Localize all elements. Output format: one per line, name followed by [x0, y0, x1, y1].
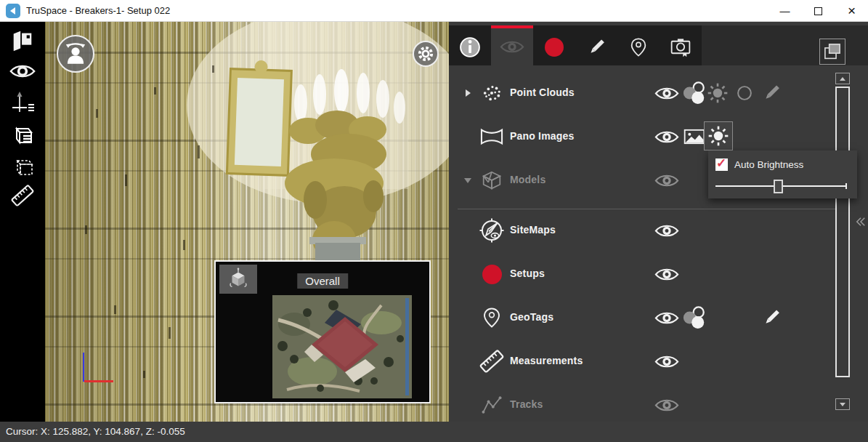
mirror-reflection: [227, 60, 291, 176]
home-view-cube-button[interactable]: [219, 265, 257, 294]
setups-icon: [478, 260, 506, 288]
x-axis-indicator: [84, 380, 113, 382]
minimize-button[interactable]: —: [768, 0, 801, 22]
limit-box-icon: [9, 153, 36, 179]
tab-record[interactable]: [533, 25, 575, 65]
layer-row-tracks[interactable]: Tracks: [449, 383, 868, 427]
point-cloud-viewport[interactable]: Overall: [45, 22, 449, 422]
record-dot-icon: [545, 38, 564, 57]
eye-icon: [500, 39, 524, 55]
scrollbar-thumb[interactable]: [835, 87, 850, 377]
layer-label: GeoTags: [510, 311, 553, 323]
camera-icon: [670, 37, 691, 57]
geotags-icon: [478, 304, 506, 332]
pano-walkthrough-button[interactable]: [9, 28, 36, 54]
visibility-eye-button[interactable]: [654, 124, 680, 150]
layer-row-sitemaps[interactable]: SiteMaps: [449, 209, 868, 252]
maximize-button[interactable]: [802, 0, 835, 22]
close-icon: ×: [848, 3, 856, 19]
layer-row-measurements[interactable]: Measurements: [449, 339, 868, 383]
collapse-arrow-icon[interactable]: [464, 178, 471, 183]
window-title: TruSpace - Breakers-1- Setup 022: [26, 0, 170, 22]
pano-person-button[interactable]: [57, 35, 94, 73]
panel-scrollbar: [833, 73, 852, 412]
cursor-coordinates: Cursor: X: 125.882, Y: 104.867, Z: -0.05…: [6, 422, 185, 442]
brightness-button[interactable]: [705, 80, 731, 106]
visibility-eye-button[interactable]: [654, 261, 680, 287]
panel-layout-button[interactable]: [819, 39, 845, 65]
visibility-eye-button[interactable]: [654, 348, 680, 374]
pano-images-icon: [478, 123, 506, 150]
expand-arrow-icon[interactable]: [466, 89, 471, 97]
home-view-cube-icon: [226, 267, 251, 292]
tab-snapshot[interactable]: [660, 25, 702, 65]
person-look-around-icon: [62, 40, 89, 68]
limit-box-button[interactable]: [9, 153, 36, 179]
tab-annotate[interactable]: [575, 25, 617, 65]
checkmark-icon: ✓: [716, 156, 726, 171]
auto-brightness-checkbox[interactable]: ✓: [715, 158, 728, 171]
layer-label: Models: [510, 174, 545, 185]
candelabra-point-cloud: [285, 110, 386, 259]
visibility-eye-button[interactable]: [654, 392, 680, 418]
sitemaps-icon: [478, 217, 506, 244]
pin-icon: [628, 37, 649, 57]
ortho-view-button[interactable]: [9, 121, 36, 148]
visibility-eye-button[interactable]: [654, 80, 680, 106]
maximize-icon: [814, 7, 822, 15]
edit-pencil-button[interactable]: [758, 305, 784, 331]
ortho-view-icon: [9, 121, 36, 148]
visibility-mode-button[interactable]: [9, 58, 36, 84]
brightness-slider-handle[interactable]: [774, 180, 783, 193]
color-mode-button[interactable]: [681, 80, 707, 106]
visibility-eye-button[interactable]: [654, 305, 680, 331]
layer-label: SiteMaps: [510, 224, 556, 236]
tab-info[interactable]: [449, 25, 491, 65]
tracks-icon: [478, 391, 506, 419]
brightness-slider[interactable]: [715, 178, 847, 194]
tab-visibility[interactable]: [491, 25, 533, 65]
layer-row-setups[interactable]: Setups: [449, 252, 868, 296]
minimap-view-label: Overall: [297, 273, 348, 289]
layer-label: Setups: [510, 268, 545, 279]
layers-icon: [823, 42, 842, 61]
edit-pencil-button[interactable]: [758, 80, 784, 106]
contrast-button[interactable]: [731, 80, 758, 106]
auto-brightness-popup: ✓ Auto Brightness: [708, 150, 857, 198]
measurements-icon: [478, 347, 506, 375]
aerial-overview-map[interactable]: [272, 295, 412, 398]
slider-endcap: [845, 183, 847, 189]
pano-walkthrough-icon: [10, 28, 35, 53]
measure-button[interactable]: [9, 182, 36, 209]
tab-bar: [449, 25, 702, 65]
collapse-panel-button[interactable]: [854, 215, 867, 231]
truspace-logo-icon: [6, 4, 20, 18]
double-chevron-left-icon: [854, 215, 867, 228]
auto-brightness-label: Auto Brightness: [734, 159, 803, 170]
visibility-eye-button[interactable]: [654, 167, 680, 193]
layer-label: Pano Images: [510, 130, 575, 142]
status-bar: Cursor: X: 125.882, Y: 104.867, Z: -0.05…: [0, 422, 868, 442]
leveling-axis-icon: [9, 90, 36, 116]
layer-row-geotags[interactable]: GeoTags: [449, 296, 868, 339]
measure-icon: [10, 183, 35, 208]
visibility-eye-button[interactable]: [654, 217, 680, 244]
layer-label: Point Clouds: [510, 87, 575, 98]
arrow-down-icon: [840, 403, 845, 406]
tab-geotag[interactable]: [617, 25, 660, 65]
close-button[interactable]: ×: [835, 0, 868, 22]
brightness-button-active[interactable]: [704, 121, 733, 150]
left-toolbar: [0, 22, 45, 422]
gear-icon: [415, 44, 436, 64]
settings-gear-button[interactable]: [413, 41, 439, 67]
layer-row-point-clouds[interactable]: Point Clouds: [449, 71, 868, 115]
scroll-down-button[interactable]: [835, 398, 850, 410]
minimap-panel: Overall: [214, 260, 431, 403]
color-mode-button[interactable]: [681, 305, 707, 331]
layer-label: Tracks: [510, 398, 543, 410]
point-clouds-icon: [478, 79, 506, 107]
leveling-button[interactable]: [9, 90, 36, 116]
layers-panel: Point Clouds Pano Images Models SiteMaps: [449, 22, 868, 422]
minimize-icon: —: [780, 5, 790, 17]
scroll-up-button[interactable]: [835, 73, 850, 84]
